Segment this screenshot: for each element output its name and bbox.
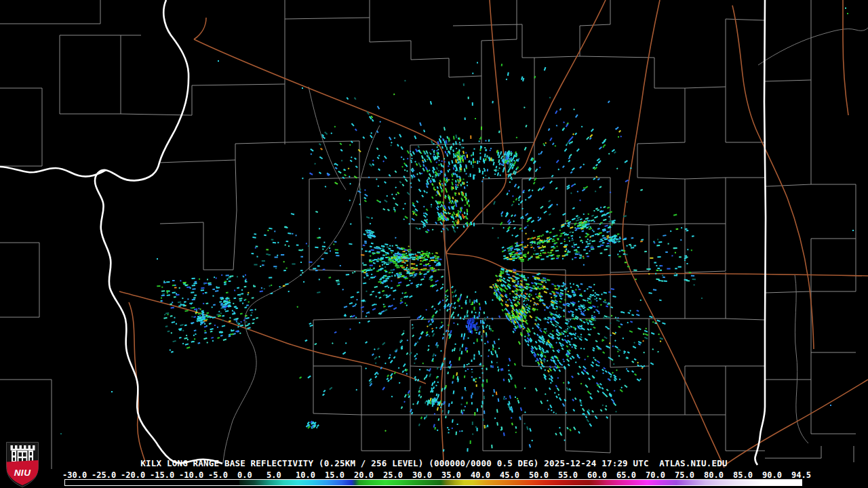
scale-tick-label: 60.0 [587, 470, 607, 480]
niu-wordmark: NIU [14, 468, 32, 478]
scale-tick-label: -30.0 [62, 470, 87, 480]
scale-tick-label: 85.0 [733, 470, 753, 480]
scale-tick-label: -20.0 [121, 470, 145, 480]
radar-screen: KILX LONG RANGE BASE REFLECTIVITY (0.25K… [0, 0, 868, 488]
reflectivity-colorbar [64, 479, 802, 486]
product-title: KILX LONG RANGE BASE REFLECTIVITY (0.25K… [0, 458, 868, 468]
scale-tick-label: 80.0 [704, 470, 724, 480]
scale-tick-label: -5.0 [208, 470, 228, 480]
radar-map-canvas [0, 0, 868, 488]
scale-tick-label: -10.0 [179, 470, 203, 480]
scale-tick-label: 35.0 [441, 470, 461, 480]
highway-lines [119, 0, 868, 468]
scale-tick-label: 0.0 [237, 470, 252, 480]
scale-tick-label: -25.0 [92, 470, 116, 480]
scale-tick-label: 20.0 [354, 470, 374, 480]
scale-tick-label: 40.0 [471, 470, 490, 480]
scale-tick-label: 70.0 [646, 470, 665, 480]
scale-tick-label: 65.0 [616, 470, 636, 480]
scale-tick-label: 15.0 [325, 470, 344, 480]
state-border-lines [0, 0, 766, 465]
niu-logo: NIU [5, 441, 39, 488]
county-boundaries [0, 0, 856, 469]
scale-tick-label: 45.0 [500, 470, 519, 480]
reflectivity-echoes [60, 7, 854, 451]
scale-tick-label: 5.0 [267, 470, 281, 480]
scale-tick-label: 30.0 [412, 470, 432, 480]
scale-tick-label: 55.0 [558, 470, 578, 480]
scale-tick-label: 75.0 [675, 470, 694, 480]
scale-tick-label: 90.0 [762, 470, 782, 480]
scale-tick-label: -15.0 [150, 470, 174, 480]
scale-tick-label: 50.0 [529, 470, 549, 480]
scale-tick-label: 25.0 [383, 470, 403, 480]
scale-tick-label: 10.0 [296, 470, 315, 480]
scale-tick-label: 94.5 [791, 470, 811, 480]
